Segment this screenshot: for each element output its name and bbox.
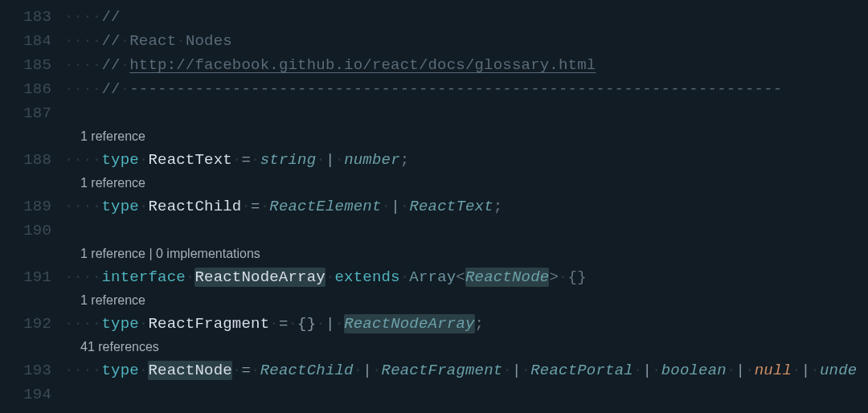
line-number: 190 xyxy=(0,219,64,243)
line-number: 189 xyxy=(0,194,64,219)
whitespace: ···· xyxy=(64,268,101,286)
code-area[interactable]: ····// ····//·React·Nodes ····//·http://… xyxy=(64,5,868,413)
type-ref[interactable]: ReactElement xyxy=(269,198,381,215)
op-semicolon: ; xyxy=(475,315,485,333)
line-number: 187 xyxy=(0,101,64,125)
op-pipe: | xyxy=(736,362,746,379)
whitespace: · xyxy=(289,315,298,333)
type-ref-truncated[interactable]: unde xyxy=(820,362,857,379)
op-pipe: | xyxy=(391,198,400,215)
codelens[interactable]: 1 reference xyxy=(64,125,868,148)
code-line[interactable]: ····//·---------------------------------… xyxy=(64,77,868,101)
whitespace: ···· xyxy=(64,198,101,215)
whitespace: · xyxy=(745,362,755,379)
whitespace: · xyxy=(354,362,363,379)
whitespace: · xyxy=(372,362,382,379)
whitespace: · xyxy=(633,362,643,379)
line-number: 193 xyxy=(0,358,64,382)
interface-name[interactable]: ReactNodeArray xyxy=(194,268,325,287)
whitespace: ···· xyxy=(64,315,101,333)
type-ref[interactable]: ReactFragment xyxy=(382,362,503,379)
comment-slash: // xyxy=(101,80,120,98)
whitespace: · xyxy=(260,198,270,215)
line-number: 191 xyxy=(0,265,64,289)
code-line-blank[interactable] xyxy=(64,382,868,407)
whitespace: · xyxy=(186,268,195,286)
type-name[interactable]: ReactText xyxy=(148,151,231,169)
type-ref[interactable]: ReactNodeArray xyxy=(344,314,474,333)
type-name[interactable]: ReactNode xyxy=(148,361,231,380)
code-line[interactable]: ····type·ReactNode·=·ReactChild·|·ReactF… xyxy=(64,358,868,382)
type-ref[interactable]: ReactPortal xyxy=(530,362,633,379)
comment-text: Nodes xyxy=(186,32,232,50)
type-ref[interactable]: boolean xyxy=(661,362,727,379)
line-number: 186 xyxy=(0,77,64,101)
whitespace: · xyxy=(400,268,410,286)
whitespace: · xyxy=(232,362,242,379)
whitespace: · xyxy=(241,198,251,215)
keyword: extends xyxy=(335,268,400,286)
op-equals: = xyxy=(241,362,251,379)
whitespace: ···· xyxy=(64,362,101,379)
op-semicolon: ; xyxy=(493,198,503,215)
whitespace: · xyxy=(121,80,130,98)
whitespace: · xyxy=(652,362,661,379)
op-pipe: | xyxy=(326,151,335,169)
comment-url-link[interactable]: http://facebook.github.io/react/docs/glo… xyxy=(129,56,596,74)
code-line-blank[interactable] xyxy=(64,101,868,125)
whitespace: · xyxy=(326,268,335,286)
whitespace: · xyxy=(251,151,260,169)
whitespace: · xyxy=(335,315,345,333)
code-line-blank[interactable] xyxy=(64,219,868,243)
comment-slash: // xyxy=(101,32,120,50)
comment-text: React xyxy=(129,32,176,50)
whitespace: · xyxy=(727,362,736,379)
whitespace: · xyxy=(522,362,531,379)
whitespace: · xyxy=(316,315,326,333)
code-line[interactable]: ····//·React·Nodes xyxy=(64,29,868,53)
line-number: 183 xyxy=(0,5,64,29)
whitespace: · xyxy=(121,32,130,50)
op-pipe: | xyxy=(362,362,372,379)
type-name[interactable]: ReactChild xyxy=(148,198,241,215)
whitespace: ···· xyxy=(64,32,101,50)
null-keyword: null xyxy=(755,362,792,379)
op-pipe: | xyxy=(326,315,335,333)
whitespace: · xyxy=(382,198,391,215)
type-ref[interactable]: string xyxy=(260,151,317,169)
comment-slash: // xyxy=(101,8,120,26)
whitespace: · xyxy=(559,268,568,286)
code-line[interactable]: ····interface·ReactNodeArray·extends·Arr… xyxy=(64,265,868,289)
comment-divider: ----------------------------------------… xyxy=(129,80,782,98)
code-line[interactable]: ····type·ReactChild·=·ReactElement·|·Rea… xyxy=(64,194,868,219)
codelens[interactable]: 1 reference | 0 implementations xyxy=(64,243,868,265)
type-ref[interactable]: Array xyxy=(409,268,456,286)
line-number: 188 xyxy=(0,148,64,172)
type-ref[interactable]: ReactNode xyxy=(465,268,549,287)
code-line[interactable]: ····type·ReactText·=·string·|·number; xyxy=(64,148,868,172)
op-equals: = xyxy=(251,198,260,215)
code-line[interactable]: ····// xyxy=(64,5,868,29)
line-number: 185 xyxy=(0,53,64,77)
codelens[interactable]: 1 reference xyxy=(64,172,868,194)
whitespace: · xyxy=(810,362,820,379)
op-pipe: | xyxy=(801,362,811,379)
whitespace: · xyxy=(139,315,149,333)
code-editor[interactable]: 183 184 185 186 187 188 189 190 191 192 … xyxy=(0,0,868,413)
type-ref[interactable]: ReactText xyxy=(409,198,493,215)
line-number: 192 xyxy=(0,312,64,336)
type-name[interactable]: ReactFragment xyxy=(148,315,269,333)
whitespace: · xyxy=(400,198,410,215)
type-ref[interactable]: ReactChild xyxy=(260,362,354,379)
op-pipe: | xyxy=(512,362,522,379)
whitespace: · xyxy=(176,32,186,50)
whitespace: · xyxy=(316,151,326,169)
codelens[interactable]: 1 reference xyxy=(64,289,868,312)
keyword: type xyxy=(101,151,138,169)
whitespace: · xyxy=(269,315,279,333)
type-ref[interactable]: number xyxy=(344,151,400,169)
codelens[interactable]: 41 references xyxy=(64,336,868,358)
code-line[interactable]: ····type·ReactFragment·=·{}·|·ReactNodeA… xyxy=(64,312,868,336)
code-line[interactable]: ····//·http://facebook.github.io/react/d… xyxy=(64,53,868,77)
op-equals: = xyxy=(279,315,289,333)
